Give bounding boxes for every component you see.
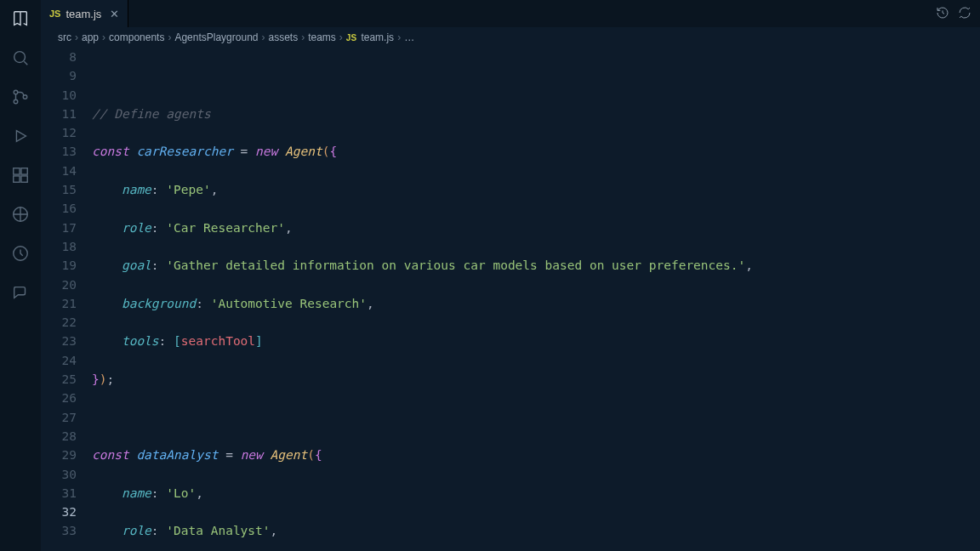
timeline-icon[interactable] <box>9 241 32 265</box>
js-file-icon: JS <box>49 9 60 19</box>
code-line: role: 'Data Analyst', <box>92 521 980 540</box>
breadcrumb-item[interactable]: components <box>109 31 164 43</box>
breadcrumb-item[interactable]: src <box>58 31 71 43</box>
js-file-icon: JS <box>346 33 356 43</box>
tab-label: team.js <box>66 8 101 20</box>
svg-rect-5 <box>21 168 27 174</box>
breadcrumb-item[interactable]: teams <box>308 31 336 43</box>
sync-icon[interactable] <box>958 6 971 22</box>
code-content[interactable]: // Define agents const carResearcher = n… <box>92 48 980 551</box>
code-line: const carResearcher = new Agent({ <box>92 142 980 161</box>
breadcrumb-item[interactable]: app <box>82 31 99 43</box>
breadcrumbs[interactable]: src› app› components› AgentsPlayground› … <box>41 27 980 48</box>
editor-group: JS team.js ✕ src› app› components› Agent… <box>41 0 980 551</box>
code-line: name: 'Pepe', <box>92 180 980 199</box>
extensions-icon[interactable] <box>9 163 32 187</box>
close-icon[interactable]: ✕ <box>110 8 119 20</box>
svg-rect-7 <box>21 176 27 182</box>
code-line: role: 'Car Researcher', <box>92 219 980 237</box>
code-line: tools: [searchTool] <box>92 332 980 350</box>
svg-point-3 <box>23 95 27 99</box>
code-line <box>92 408 980 427</box>
breadcrumb-item[interactable]: AgentsPlayground <box>174 31 258 43</box>
breadcrumb-symbol[interactable]: … <box>404 31 414 43</box>
remote-icon[interactable] <box>9 202 32 226</box>
svg-point-0 <box>14 52 26 63</box>
code-line: }); <box>92 370 980 389</box>
svg-point-2 <box>14 99 18 104</box>
code-line: name: 'Lo', <box>92 484 980 503</box>
search-icon[interactable] <box>9 46 32 70</box>
code-line: // Define agents <box>92 105 980 123</box>
svg-rect-6 <box>14 176 20 182</box>
source-control-icon[interactable] <box>9 85 32 109</box>
tab-team-js[interactable]: JS team.js ✕ <box>41 0 128 27</box>
code-line: const dataAnalyst = new Agent({ <box>92 446 980 464</box>
code-line <box>92 66 980 85</box>
svg-point-1 <box>14 90 18 94</box>
code-line: goal: 'Gather detailed information on va… <box>92 256 980 275</box>
activity-bar <box>0 0 41 551</box>
tab-bar: JS team.js ✕ <box>41 0 980 27</box>
code-line: background: 'Automotive Research', <box>92 294 980 313</box>
comments-icon[interactable] <box>9 281 32 304</box>
editor-actions <box>927 0 980 27</box>
line-number-gutter: 8 9 10 11 12 13 14 15 16 17 18 19 20 21 … <box>41 48 92 551</box>
breadcrumb-file[interactable]: JS team.js <box>346 31 394 43</box>
run-debug-icon[interactable] <box>9 124 32 148</box>
svg-rect-4 <box>14 168 20 174</box>
code-editor[interactable]: 8 9 10 11 12 13 14 15 16 17 18 19 20 21 … <box>41 48 980 551</box>
history-icon[interactable] <box>936 6 949 22</box>
explorer-icon[interactable] <box>9 7 32 31</box>
breadcrumb-item[interactable]: assets <box>268 31 298 43</box>
